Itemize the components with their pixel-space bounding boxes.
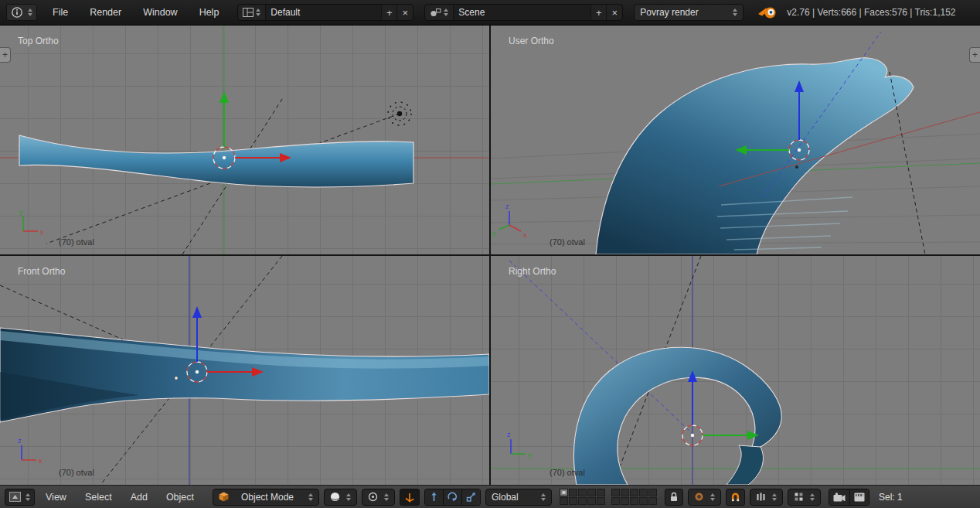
layer-toggle[interactable] [597, 489, 605, 496]
layer-group-2 [611, 489, 657, 505]
snap-toggle-button[interactable] [726, 489, 745, 506]
manipulator-toggle-button[interactable] [400, 489, 420, 506]
delete-scene-button[interactable]: × [607, 5, 622, 20]
layer-toggle[interactable] [569, 489, 577, 496]
dropdown-arrows-icon [346, 493, 351, 501]
layer-toggle[interactable] [611, 497, 620, 505]
mini-axis-gizmo: z y x [492, 203, 527, 239]
scene-browse-button[interactable] [425, 5, 454, 20]
scene-selector: Scene + × [424, 4, 623, 21]
layer-toggle[interactable] [611, 489, 620, 496]
menu-render[interactable]: Render [90, 7, 121, 18]
dropdown-arrows-icon [26, 493, 30, 501]
layer-toggle[interactable] [560, 497, 568, 505]
scale-manipulator-button[interactable] [462, 489, 480, 505]
render-engine-selector[interactable]: Povray render [634, 4, 744, 21]
viewport-right-ortho[interactable]: z y Right Ortho (70) otval [491, 256, 980, 485]
viewport-name-label: User Ortho [509, 36, 554, 46]
menu-add[interactable]: Add [131, 492, 148, 503]
render-animation-button[interactable] [850, 489, 869, 505]
snap-target-selector[interactable] [788, 489, 821, 506]
menu-file[interactable]: File [53, 7, 68, 18]
snap-target-icon [794, 492, 804, 502]
layer-toggle[interactable] [639, 497, 648, 505]
info-icon [11, 6, 23, 19]
editor-type-info-button[interactable] [6, 4, 37, 21]
transform-manipulator[interactable] [213, 91, 291, 169]
snap-element-selector[interactable] [750, 489, 783, 506]
render-still-button[interactable] [829, 489, 850, 505]
layer-toggle[interactable] [587, 497, 596, 505]
svg-text:z: z [507, 431, 511, 438]
pivot-point-icon [368, 492, 378, 502]
region-expand-tab[interactable]: + [0, 47, 11, 63]
lamp-object[interactable] [388, 102, 411, 125]
layer-toggle[interactable] [630, 497, 638, 505]
menu-help[interactable]: Help [199, 7, 219, 18]
dropdown-arrows-icon [710, 493, 715, 501]
add-scene-button[interactable]: + [591, 5, 607, 20]
layer-toggle[interactable] [639, 489, 648, 496]
translate-manipulator-button[interactable] [425, 489, 444, 505]
editor-type-button[interactable] [5, 489, 35, 506]
menu-view[interactable]: View [46, 492, 66, 503]
viewport-top-ortho[interactable]: y x + Top Ortho (70) otval [0, 26, 489, 254]
manipulator-mode-buttons [424, 489, 481, 506]
mesh-twist-tail [726, 445, 763, 485]
mini-axis-gizmo: z x [18, 437, 43, 465]
dropdown-arrows-icon [384, 493, 389, 501]
pivot-point-selector[interactable] [362, 489, 395, 506]
screen-layout-browse-button[interactable] [238, 5, 266, 20]
delete-layout-button[interactable]: × [397, 5, 413, 20]
active-object-label: (70) otval [59, 468, 94, 477]
layer-toggle[interactable] [630, 489, 638, 496]
menu-select[interactable]: Select [85, 492, 112, 503]
layer-toggle[interactable] [648, 489, 657, 496]
user-ortho-canvas[interactable]: z y x [491, 26, 980, 254]
front-ortho-canvas[interactable]: z x [0, 256, 489, 485]
menu-object[interactable]: Object [166, 492, 194, 503]
scale-icon [466, 492, 476, 502]
layer-toggle[interactable] [621, 497, 629, 505]
lock-to-scene-button[interactable] [665, 489, 683, 506]
screen-layout-name-field[interactable]: Default [266, 5, 382, 20]
rotate-manipulator-button[interactable] [444, 489, 462, 505]
layer-toggle[interactable] [569, 497, 577, 505]
top-ortho-canvas[interactable]: y x [0, 26, 489, 254]
mode-selector[interactable]: Object Mode [213, 489, 319, 506]
viewport-shading-selector[interactable] [324, 489, 357, 506]
render-engine-label: Povray render [640, 7, 698, 18]
layer-toggle[interactable] [648, 497, 657, 505]
scene-name-field[interactable]: Scene [454, 5, 591, 20]
blade-mesh[interactable] [19, 135, 413, 187]
mode-label: Object Mode [241, 492, 294, 503]
region-expand-tab[interactable]: + [969, 47, 980, 63]
proportional-edit-selector[interactable] [688, 489, 721, 506]
top-menu-bar: File Render Window Help [53, 7, 219, 18]
right-ortho-canvas[interactable]: z y [491, 256, 980, 485]
info-header-bar: File Render Window Help Default + × [0, 0, 980, 26]
transform-orientation-selector[interactable]: Global [485, 489, 552, 506]
svg-text:z: z [18, 437, 22, 445]
dropdown-arrows-icon [444, 9, 448, 16]
svg-text:y: y [528, 451, 532, 459]
layer-toggles [560, 489, 657, 505]
layer-toggle[interactable] [621, 489, 629, 496]
layer-toggle[interactable] [578, 489, 587, 496]
add-layout-button[interactable]: + [382, 5, 397, 20]
viewport-user-ortho[interactable]: z y x + User Ortho (70) otval [491, 26, 980, 254]
menu-window[interactable]: Window [143, 7, 177, 18]
viewport-front-ortho[interactable]: z x Front Ortho (70) otval [0, 256, 489, 485]
3d-view-editor-icon [9, 492, 21, 502]
svg-text:x: x [523, 231, 527, 239]
blender-logo-icon [757, 5, 778, 19]
layer-toggle[interactable] [597, 497, 605, 505]
orientation-label: Global [492, 492, 519, 503]
opengl-render-buttons [829, 489, 869, 506]
selection-count-label: Sel: 1 [879, 492, 903, 503]
layer-toggle[interactable] [560, 489, 568, 496]
layer-toggle[interactable] [578, 497, 587, 505]
layer-toggle[interactable] [587, 489, 596, 496]
blade-mesh[interactable] [596, 58, 914, 254]
dropdown-arrows-icon [541, 493, 546, 501]
